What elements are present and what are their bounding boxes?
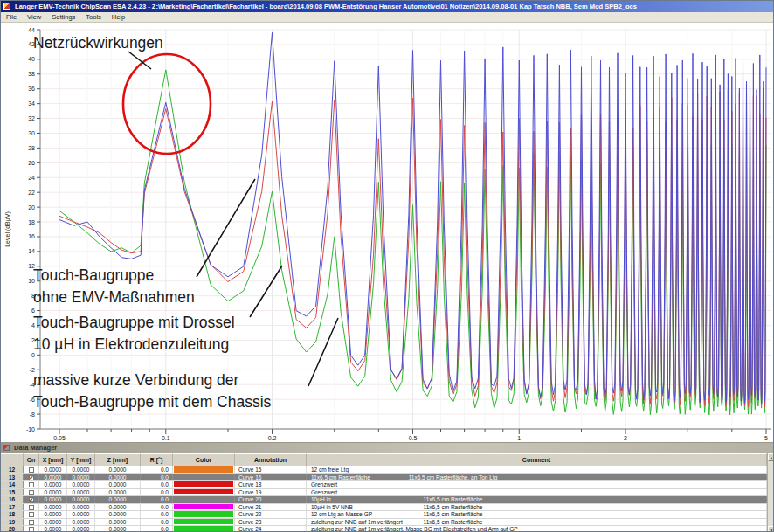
z-value: 0.0000 — [95, 474, 141, 481]
comment-text: zuleitung zur NNB auf 1m verlängert, Mas… — [311, 526, 518, 532]
color-cell[interactable] — [173, 519, 235, 526]
comment-text: 12 cm freie Ltg — [311, 466, 349, 473]
row-enabled-checkbox[interactable] — [29, 467, 34, 473]
column-header-annotation[interactable]: Annotation — [235, 453, 307, 466]
comment-text: 10µH in — [311, 496, 331, 503]
comment-text-2: 11x6,5 cm Rasterfläche — [368, 504, 538, 511]
table-row[interactable]: 140.00000.00000.00000.0Curve 18Grenzwert — [1, 481, 767, 489]
row-enabled-checkbox[interactable]: ✔ — [29, 497, 34, 502]
x-value: 0.0000 — [39, 496, 67, 503]
color-cell[interactable] — [173, 504, 235, 511]
color-cell[interactable] — [173, 466, 235, 473]
row-number: 17 — [1, 504, 24, 511]
svg-text:22: 22 — [28, 190, 35, 196]
x-value: 0.0000 — [39, 511, 67, 518]
comment-cell: 12 cm freie Ltg — [307, 466, 767, 473]
table-row[interactable]: 190.00000.00000.00000.0Curve 23zuleitung… — [1, 519, 767, 527]
svg-text:16: 16 — [28, 233, 35, 239]
column-header-rownum[interactable] — [1, 453, 24, 466]
column-header-r[interactable]: R [°] — [141, 453, 173, 466]
scroll-up-icon[interactable]: ▲ — [768, 453, 774, 461]
spectrum-chart[interactable]: -10-8-6-4-202468101214161820222426283032… — [1, 23, 774, 442]
color-cell[interactable] — [173, 511, 235, 518]
row-enabled-checkbox[interactable] — [29, 527, 34, 532]
table-row[interactable]: 13✔0.00000.00000.00000.0Curve 1611x6,5 c… — [1, 474, 767, 482]
menu-item-tools[interactable]: Tools — [80, 12, 107, 23]
table-row[interactable]: 170.00000.00000.00000.0Curve 2110µH in 5… — [1, 504, 767, 512]
color-swatch[interactable] — [174, 489, 233, 495]
data-manager-titlebar[interactable]: Data Manager — [1, 443, 774, 453]
data-manager-panel: Data Manager OnX [mm]Y [mm]Z [mm]R [°]Co… — [1, 442, 774, 532]
menu-item-settings[interactable]: Settings — [46, 12, 80, 23]
row-number: 15 — [1, 489, 24, 496]
row-enabled-checkbox[interactable] — [29, 490, 34, 495]
row-enabled-checkbox[interactable]: ✔ — [29, 475, 34, 480]
leader-line — [197, 179, 255, 277]
window-title: Langer EMV-Technik ChipScan ESA 2.4.23 -… — [15, 3, 637, 10]
row-on-cell — [24, 519, 39, 526]
color-swatch[interactable] — [174, 526, 233, 532]
row-on-cell: ✔ — [24, 474, 39, 481]
row-enabled-checkbox[interactable] — [29, 482, 34, 487]
drossel-label: 10 µH in Elektrodenzuleitung — [33, 335, 229, 353]
row-on-cell — [24, 511, 39, 518]
color-swatch[interactable] — [174, 511, 233, 517]
menu-item-file[interactable]: File — [1, 12, 22, 23]
color-cell[interactable] — [173, 496, 235, 503]
data-manager-icon — [3, 445, 10, 451]
color-swatch[interactable] — [174, 504, 233, 510]
svg-text:44: 44 — [28, 27, 35, 33]
comment-cell: 10µH in11x6,5 cm Rasterfläche — [307, 496, 767, 503]
column-header-comment[interactable]: Comment — [307, 453, 767, 466]
curve-annotation: Curve 22 — [235, 511, 307, 518]
x-value: 0.0000 — [39, 474, 67, 481]
y-value: 0.0000 — [67, 489, 95, 496]
scroll-down-icon[interactable]: ▼ — [768, 526, 774, 532]
svg-text:2: 2 — [624, 435, 627, 441]
x-value: 0.0000 — [39, 489, 67, 496]
color-swatch[interactable] — [174, 519, 233, 525]
table-row[interactable]: 150.00000.00000.00000.0Curve 19Grenzwert — [1, 489, 767, 497]
row-on-cell — [24, 466, 39, 473]
row-on-cell — [24, 504, 39, 511]
menu-item-help[interactable]: Help — [107, 12, 130, 23]
x-value: 0.0000 — [39, 466, 67, 473]
color-cell[interactable] — [173, 481, 235, 488]
color-cell[interactable] — [173, 474, 235, 481]
data-manager-table: OnX [mm]Y [mm]Z [mm]R [°]ColorAnnotation… — [1, 453, 767, 532]
row-number: 14 — [1, 481, 24, 488]
column-header-ymm[interactable]: Y [mm] — [67, 453, 95, 466]
r-value: 0.0 — [141, 474, 173, 481]
r-value: 0.0 — [141, 496, 173, 503]
comment-text-2: 11x6,5 cm Rasterfläche — [368, 519, 538, 526]
z-value: 0.0000 — [95, 496, 141, 503]
vertical-scrollbar[interactable]: ▲ ▼ — [767, 453, 774, 532]
x-value: 0.0000 — [39, 526, 67, 532]
table-row[interactable]: 120.00000.00000.00000.0Curve 1512 cm fre… — [1, 466, 767, 474]
y-value: 0.0000 — [67, 526, 95, 532]
table-row[interactable]: 180.00000.00000.00000.0Curve 2212 cm Ltg… — [1, 511, 767, 519]
color-cell[interactable] — [173, 489, 235, 496]
menu-item-view[interactable]: View — [22, 12, 46, 23]
r-value: 0.0 — [141, 481, 173, 488]
column-header-zmm[interactable]: Z [mm] — [95, 453, 141, 466]
table-row[interactable]: 16✔0.00000.00000.00000.0Curve 2010µH in1… — [1, 496, 767, 504]
row-number: 18 — [1, 511, 24, 518]
color-swatch[interactable] — [174, 481, 233, 487]
window-titlebar[interactable]: Langer EMV-Technik ChipScan ESA 2.4.23 -… — [1, 1, 774, 12]
row-number: 20 — [1, 526, 24, 532]
row-enabled-checkbox[interactable] — [29, 520, 34, 525]
color-cell[interactable] — [173, 526, 235, 532]
column-header-color[interactable]: Color — [173, 453, 235, 466]
r-value: 0.0 — [141, 526, 173, 532]
table-row[interactable]: 200.00000.00000.00000.0Curve 24zuleitung… — [1, 526, 767, 532]
chassis-label: Touch-Baugruppe mit dem Chassis — [33, 393, 272, 411]
curve-annotation: Curve 21 — [235, 504, 307, 511]
row-on-cell: ✔ — [24, 496, 39, 503]
row-enabled-checkbox[interactable] — [29, 505, 34, 510]
row-enabled-checkbox[interactable] — [29, 512, 34, 517]
column-header-xmm[interactable]: X [mm] — [39, 453, 67, 466]
column-header-on[interactable]: On — [24, 453, 39, 466]
y-value: 0.0000 — [67, 511, 95, 518]
color-swatch[interactable] — [174, 466, 233, 473]
